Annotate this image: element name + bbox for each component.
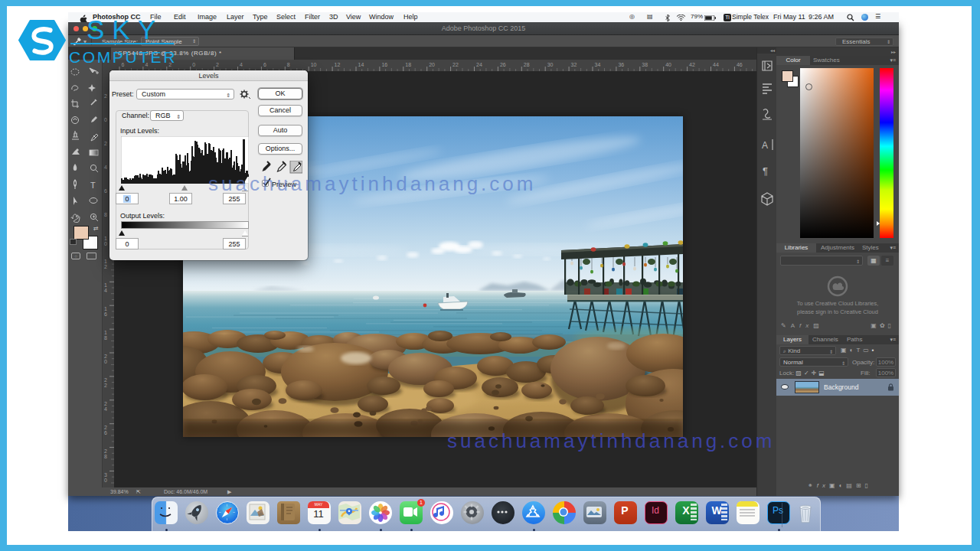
- svg-text:2: 2: [104, 383, 107, 388]
- svg-text:2: 2: [104, 141, 107, 146]
- svg-text:16: 16: [381, 62, 387, 67]
- svg-text:18: 18: [405, 62, 411, 67]
- svg-text:2: 2: [104, 93, 107, 99]
- svg-text:34: 34: [595, 62, 601, 67]
- svg-text:6: 6: [104, 430, 107, 435]
- svg-text:44: 44: [713, 62, 719, 67]
- svg-text:24: 24: [476, 62, 482, 67]
- svg-text:22: 22: [452, 62, 459, 67]
- svg-text:8: 8: [287, 62, 290, 67]
- svg-text:26: 26: [500, 62, 506, 67]
- svg-text:30: 30: [547, 62, 554, 67]
- svg-text:1: 1: [104, 236, 107, 241]
- svg-text:1: 1: [104, 306, 107, 311]
- svg-text:2: 2: [104, 448, 107, 454]
- svg-text:A: A: [762, 140, 768, 151]
- svg-text:2: 2: [104, 264, 107, 269]
- svg-text:6: 6: [104, 188, 107, 194]
- svg-text:T: T: [90, 181, 96, 190]
- svg-text:8: 8: [104, 212, 107, 217]
- svg-text:1: 1: [104, 259, 107, 264]
- svg-text:12: 12: [335, 62, 341, 67]
- svg-text:36: 36: [618, 62, 624, 67]
- svg-text:1: 1: [104, 330, 107, 335]
- svg-text:20: 20: [429, 62, 435, 67]
- svg-text:32: 32: [571, 62, 577, 67]
- svg-text:0: 0: [104, 359, 107, 364]
- svg-text:0: 0: [104, 241, 107, 246]
- svg-text:0: 0: [192, 62, 195, 67]
- svg-text:3: 3: [104, 472, 107, 478]
- svg-text:42: 42: [689, 62, 695, 67]
- svg-text:46: 46: [737, 62, 743, 67]
- svg-text:2: 2: [104, 401, 107, 406]
- svg-text:8: 8: [104, 454, 107, 459]
- svg-text:10: 10: [311, 62, 317, 67]
- svg-text:6: 6: [263, 62, 266, 67]
- svg-text:6: 6: [104, 311, 107, 317]
- svg-text:2: 2: [104, 377, 107, 383]
- svg-text:0: 0: [104, 117, 107, 122]
- svg-text:28: 28: [524, 62, 530, 67]
- svg-text:1: 1: [104, 282, 107, 288]
- svg-text:4: 4: [104, 406, 107, 412]
- svg-text:2: 2: [104, 354, 107, 359]
- svg-text:40: 40: [665, 62, 671, 67]
- svg-text:38: 38: [642, 62, 648, 67]
- svg-text:0: 0: [104, 478, 107, 483]
- svg-text:14: 14: [358, 62, 364, 67]
- svg-text:8: 8: [104, 335, 107, 341]
- svg-text:¶: ¶: [763, 165, 768, 177]
- svg-text:2: 2: [104, 425, 107, 430]
- svg-text:4: 4: [104, 288, 107, 293]
- svg-text:2: 2: [216, 62, 219, 67]
- svg-text:4: 4: [240, 62, 243, 67]
- svg-text:4: 4: [104, 165, 107, 170]
